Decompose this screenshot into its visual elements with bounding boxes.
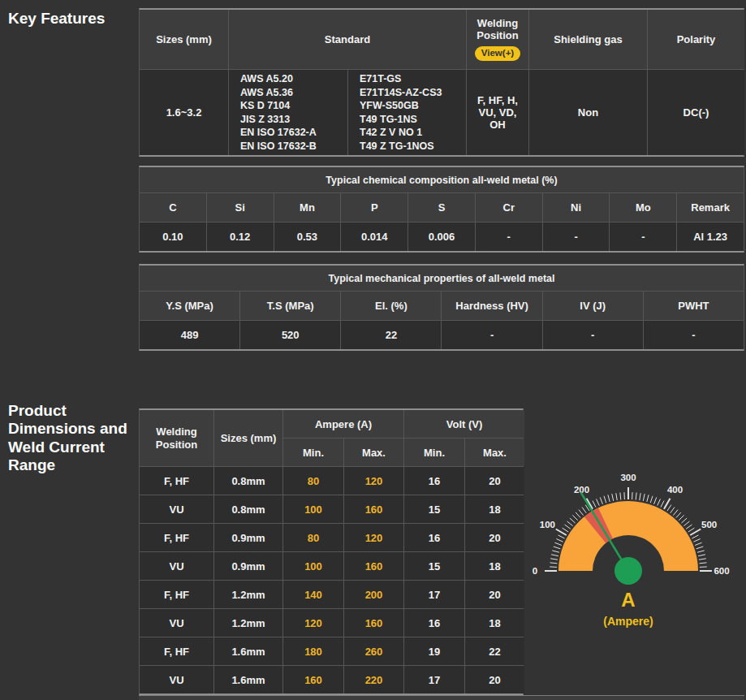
current-row-amp-max: 120 [344,467,403,495]
ampere-gauge: 0100200300400500600 A (Ampere) [526,467,737,658]
gauge-minor-tick [572,515,577,520]
gauge-minor-tick [600,497,602,503]
gauge-minor-tick [697,551,705,552]
gauge-minor-tick [673,510,678,516]
current-header-ampere: Ampere (A) [283,410,403,438]
current-row-amp-min: 100 [283,495,343,523]
current-row-amp-max: 260 [344,637,403,665]
gauge-minor-tick [570,518,576,523]
mech-value-cell: - [644,321,744,349]
gauge-minor-tick [554,547,561,549]
chem-value-cell: 0.006 [408,223,475,251]
chem-value-cell: 0.10 [140,223,206,251]
current-row-volt-min: 17 [404,581,464,608]
chemical-table-title: Typical chemical composition all-weld me… [140,167,744,192]
current-row-volt-min: 16 [404,467,464,495]
gauge-tick-label: 300 [620,473,636,482]
current-row-volt-max: 20 [465,581,524,608]
current-row-amp-max: 160 [344,552,403,580]
current-row-volt-min: 17 [404,666,464,694]
gauge-minor-tick [558,535,565,538]
current-row-size: 1.2mm [214,609,282,637]
current-header-volt-min: Min. [404,439,464,466]
gauge-minor-tick [556,539,563,542]
gauge-minor-tick [661,501,664,508]
current-row-size: 0.9mm [214,524,282,551]
gauge-minor-tick [608,495,610,502]
gauge-tick-label: 100 [540,520,555,529]
current-row-size: 0.8mm [214,467,282,495]
chem-value-cell: 0.53 [274,223,341,251]
chem-value-cell: 0.12 [207,223,274,251]
spec-header-welding-position: Welding Position View(+) [467,10,528,69]
chem-value-cell: 0.014 [341,223,407,251]
current-header-amp-min: Min. [283,439,343,466]
gauge-minor-tick [643,494,645,501]
gauge-minor-tick [636,493,636,500]
chem-header-cell: Mo [610,193,676,222]
gauge-minor-tick [616,493,617,500]
key-features-heading: Key Features [8,10,105,28]
gauge-minor-tick [612,494,614,501]
chem-header-cell: Mn [274,193,341,222]
product-dimensions-heading: Product Dimensions and Weld Current Rang… [8,402,130,475]
gauge-minor-tick [567,521,573,526]
current-row-amp-max: 220 [344,666,403,694]
gauge-minor-tick [604,496,606,503]
mech-value-cell: 489 [140,321,239,349]
gauge-minor-tick [686,525,692,529]
current-row-size: 1.2mm [214,581,282,608]
gauge-minor-tick [593,501,596,508]
gauge-minor-tick [550,559,558,560]
gauge-tick-label: 600 [714,566,729,576]
current-row-volt-max: 18 [465,552,524,580]
gauge-minor-tick [565,525,571,529]
gauge-minor-tick [676,512,681,518]
current-row-size: 1.6mm [214,666,282,694]
gauge-minor-tick [620,493,621,500]
gauge-minor-tick [699,559,706,560]
current-row-volt-max: 18 [465,495,524,523]
current-row-volt-min: 19 [404,637,464,665]
current-row-amp-min: 80 [283,524,343,551]
spec-table: Sizes (mm) Standard Welding Position Vie… [139,8,744,157]
current-row-size: 0.9mm [214,552,282,580]
gauge-minor-tick [695,542,701,545]
gauge-minor-tick [671,508,675,513]
chem-header-cell: C [140,193,206,222]
chem-value-cell: - [543,223,610,251]
current-row-size: 0.8mm [214,495,282,523]
current-header-volt: Volt (V) [404,410,524,438]
gauge-minor-tick [551,555,558,556]
gauge-minor-tick [579,510,584,516]
gauge-minor-tick [582,508,586,513]
current-row-volt-max: 18 [465,609,524,637]
view-plus-button[interactable]: View(+) [475,46,520,61]
spec-sizes-value: 1.6~3.2 [140,70,228,155]
current-row-volt-min: 15 [404,552,464,580]
chem-header-cell: Cr [476,193,542,222]
current-row-size: 1.6mm [214,637,282,665]
gauge-minor-tick [688,528,695,532]
spec-standards-col1: AWS A5.20 AWS A5.36 KS D 7104 JIS Z 3313… [229,70,347,155]
gauge-minor-tick [692,535,698,538]
mech-header-cell: T.S (MPa) [240,292,340,320]
current-row-position: VU [140,552,213,580]
mech-header-cell: Y.S (MPa) [140,292,239,320]
mech-value-cell: - [442,321,541,349]
gauge-minor-tick [597,499,600,505]
spec-shielding-gas-value: Non [529,70,647,155]
chem-header-cell: Remark [677,193,744,222]
chem-header-cell: P [341,193,407,222]
current-row-volt-max: 20 [465,467,524,495]
current-row-position: F, HF [140,637,213,665]
current-row-amp-min: 120 [283,609,343,637]
gauge-minor-tick [647,495,649,502]
current-row-position: F, HF [140,467,213,495]
current-row-volt-max: 20 [465,524,524,551]
gauge-hub [614,557,642,585]
gauge-minor-tick [554,542,561,545]
current-row-amp-max: 160 [344,609,403,637]
current-row-position: VU [140,495,213,523]
current-row-volt-min: 15 [404,495,464,523]
